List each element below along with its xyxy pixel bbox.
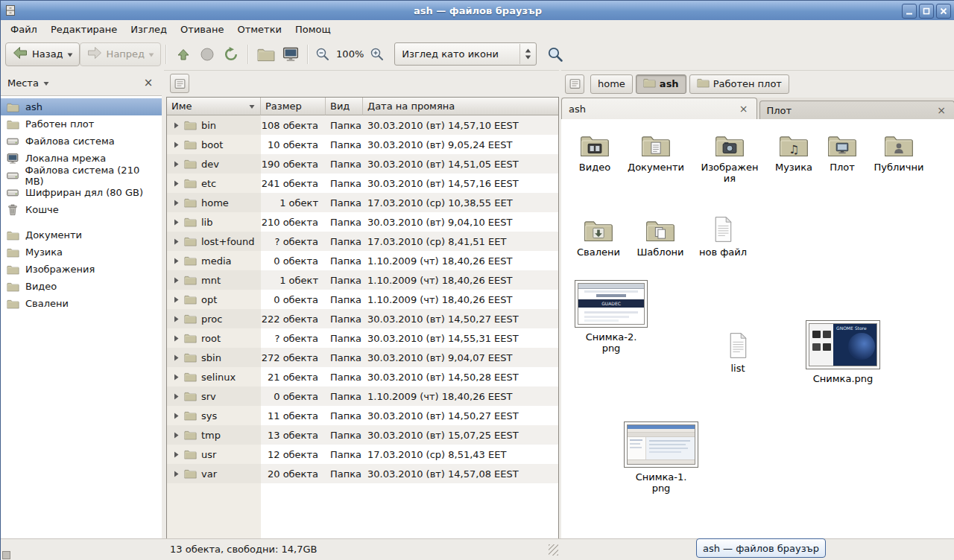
tree-row-var[interactable]: var20 обектаПапка30.03.2010 (вт) 14,57,0… <box>167 464 558 483</box>
expander-icon[interactable] <box>171 354 181 361</box>
resize-grip[interactable] <box>549 544 558 556</box>
zoom-out-button[interactable] <box>313 42 332 66</box>
view-mode-select[interactable]: Изглед като икони <box>394 42 537 66</box>
expander-icon[interactable] <box>171 374 181 381</box>
icon-view-item-documents[interactable]: Документи <box>622 133 689 173</box>
expander-icon[interactable] <box>171 219 181 226</box>
column-header-name[interactable]: Име <box>167 98 261 115</box>
expander-icon[interactable] <box>171 277 181 284</box>
tree-row-home[interactable]: home1 обектПапка17.03.2010 (ср) 10,38,55… <box>167 193 558 212</box>
sidebar-item-documents[interactable]: Документи <box>1 226 162 244</box>
expander-icon[interactable] <box>171 413 181 419</box>
reload-button[interactable] <box>219 42 243 66</box>
expander-icon[interactable] <box>171 471 181 477</box>
column-header-size[interactable]: Размер <box>261 98 326 115</box>
tree-row-boot[interactable]: boot10 обектаПапка30.03.2010 (вт) 9,05,2… <box>167 135 558 154</box>
path-button-ash[interactable]: ash <box>636 74 686 94</box>
sidebar-item-desktop[interactable]: Работен плот <box>1 115 162 133</box>
icon-view-item-pictures[interactable]: Изображения <box>694 133 765 185</box>
menu-go[interactable]: Отиване <box>174 22 230 37</box>
tree-row-lost+found[interactable]: lost+found? обектаПапка17.03.2010 (ср) 8… <box>167 232 558 251</box>
expander-icon[interactable] <box>171 393 181 400</box>
column-header-date[interactable]: Дата на промяна <box>363 98 558 115</box>
sidebar-item-trash[interactable]: Кошче <box>1 201 162 218</box>
tree-row-srv[interactable]: srv0 обектаПапка1.10.2009 (чт) 18,40,26 … <box>167 386 558 406</box>
tree-row-proc[interactable]: proc222 обектаПапка30.03.2010 (вт) 14,50… <box>167 309 558 328</box>
column-header-type[interactable]: Вид <box>326 98 363 115</box>
sidebar-item-filesystem-210mb[interactable]: Файлова система (210 MB) <box>1 167 162 184</box>
tree-row-sys[interactable]: sys11 обектаПапка30.03.2010 (вт) 14,50,2… <box>167 406 558 425</box>
tree-row-bin[interactable]: bin108 обектаПапка30.03.2010 (вт) 14,57,… <box>167 115 558 135</box>
back-button[interactable]: Назад <box>5 42 80 66</box>
minimize-button[interactable] <box>902 4 917 19</box>
expander-icon[interactable] <box>171 432 181 439</box>
sidebar-item-music[interactable]: Музика <box>1 244 162 261</box>
back-history-icon[interactable] <box>67 48 73 60</box>
icon-view-item-snimka-2[interactable]: GUADEC Снимка-2.png <box>570 280 652 354</box>
tree-row-media[interactable]: media0 обектаПапка1.10.2009 (чт) 18,40,2… <box>167 251 558 270</box>
sidebar-item-downloads[interactable]: Свалени <box>1 295 162 312</box>
up-button[interactable] <box>171 42 195 66</box>
sidebar-selector-icon[interactable] <box>42 76 50 90</box>
icon-view-item-public[interactable]: Публични <box>865 133 932 173</box>
sidebar-item-pictures[interactable]: Изображения <box>1 261 162 278</box>
menu-bookmarks[interactable]: Отметки <box>230 22 288 37</box>
close-button[interactable] <box>936 4 951 19</box>
tree-row-dev[interactable]: dev190 обектаПапка30.03.2010 (вт) 14,51,… <box>167 154 558 174</box>
expander-icon[interactable] <box>171 316 181 322</box>
maximize-button[interactable] <box>919 4 934 19</box>
sidebar-item-ash[interactable]: ash <box>1 98 162 115</box>
expander-icon[interactable] <box>171 180 181 187</box>
menu-file[interactable]: Файл <box>4 22 44 37</box>
icon-view-item-downloads[interactable]: Свалени <box>565 217 632 258</box>
expander-icon[interactable] <box>171 122 181 129</box>
tab-plot[interactable]: Плот× <box>759 101 954 119</box>
tree-row-mnt[interactable]: mnt1 обектПапка1.10.2009 (чт) 18,40,26 E… <box>167 270 558 290</box>
tree-row-root[interactable]: root? обектаПапка30.03.2010 (вт) 14,55,3… <box>167 328 558 348</box>
icon-view-item-desktop[interactable]: Плот <box>816 133 868 173</box>
tree-row-tmp[interactable]: tmp13 обектаПапка30.03.2010 (вт) 15,07,2… <box>167 425 558 445</box>
taskbar-window-button[interactable]: ash — файлов браузър <box>696 538 826 558</box>
home-button[interactable] <box>253 42 279 66</box>
search-button[interactable] <box>543 42 568 66</box>
path-pane-toggle-button[interactable] <box>565 74 584 94</box>
tab-ash[interactable]: ash× <box>561 98 757 119</box>
sidebar-close-button[interactable]: × <box>142 76 155 89</box>
expander-icon[interactable] <box>171 451 181 458</box>
zoom-in-button[interactable] <box>367 42 387 66</box>
expander-icon[interactable] <box>171 296 181 303</box>
forward-button[interactable]: Напред <box>80 42 161 66</box>
expander-icon[interactable] <box>171 238 181 245</box>
sidebar-item-videos[interactable]: Видео <box>1 278 162 295</box>
icon-view-item-new-file[interactable]: нов файл <box>689 216 756 258</box>
menu-help[interactable]: Помощ <box>288 22 338 37</box>
path-button-home[interactable]: home <box>590 74 633 94</box>
sidebar-item-filesystem[interactable]: Файлова система <box>1 133 162 150</box>
tree-row-sbin[interactable]: sbin272 обектаПапка30.03.2010 (вт) 9,04,… <box>167 348 558 367</box>
tree-row-usr[interactable]: usr12 обектаПапка17.03.2010 (ср) 8,51,43… <box>167 445 558 464</box>
tab-close-icon[interactable]: × <box>738 103 750 115</box>
menu-edit[interactable]: Редактиране <box>44 22 124 37</box>
tree-row-opt[interactable]: opt0 обектаПапка1.10.2009 (чт) 18,40,26 … <box>167 290 558 309</box>
tree-pane-toggle-button[interactable] <box>170 74 189 93</box>
tree-row-selinux[interactable]: selinux21 обектаПапка30.03.2010 (вт) 14,… <box>167 367 558 386</box>
icon-view-item-snimka-1[interactable]: Снимка-1.png <box>619 421 703 494</box>
path-button-desktop[interactable]: Работен плот <box>689 74 789 94</box>
icon-view-item-videos[interactable]: Видео <box>561 133 628 173</box>
tab-close-icon[interactable]: × <box>935 104 947 116</box>
icon-view-item-list[interactable]: list <box>713 332 762 374</box>
icon-view-item-snimka[interactable]: GNOME StoreСнимка.png <box>801 320 885 384</box>
expander-icon[interactable] <box>171 258 181 264</box>
tree-row-lib[interactable]: lib210 обектаПапка30.03.2010 (вт) 9,04,1… <box>167 212 558 232</box>
menu-view[interactable]: Изглед <box>124 22 174 37</box>
tree-row-etc[interactable]: etc241 обектаПапка30.03.2010 (вт) 14,57,… <box>167 174 558 193</box>
expander-icon[interactable] <box>171 161 181 168</box>
icon-view-item-music[interactable]: ♫Музика <box>764 133 824 173</box>
expander-icon[interactable] <box>171 200 181 206</box>
computer-button[interactable] <box>279 42 303 66</box>
sidebar-item-encrypted-80gb[interactable]: Шифриран дял (80 GB) <box>1 184 162 201</box>
expander-icon[interactable] <box>171 141 181 148</box>
titlebar[interactable]: ash — файлов браузър <box>1 1 954 20</box>
icon-view-item-templates[interactable]: Шаблони <box>627 217 694 258</box>
expander-icon[interactable] <box>171 335 181 342</box>
